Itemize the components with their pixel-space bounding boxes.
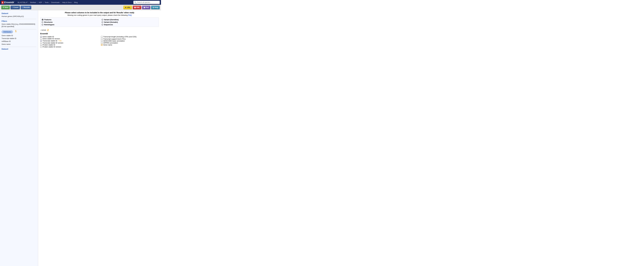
cb-appris-annotation-label: APPRIS annotation xyxy=(103,42,118,44)
radio-variant-germline[interactable]: Variant (Germline) xyxy=(102,19,158,21)
cb-gene-stable-id-box[interactable] xyxy=(40,36,42,37)
new-icon: ↺ xyxy=(3,6,4,8)
cb-transcript-length[interactable]: Transcript length (including UTRs and CD… xyxy=(101,36,159,38)
radio-homologues-dot xyxy=(42,24,43,25)
help-label: Help xyxy=(154,6,158,8)
help-icon: ◎ xyxy=(152,6,154,8)
cb-gene-stable-id-label: Gene stable ID xyxy=(42,36,54,38)
top-navigation: e Ensembl BLAST/BLAT | BioMart | VEP | T… xyxy=(0,0,161,5)
cb-gencode-basic[interactable]: GENCODE basic annotation xyxy=(101,40,159,42)
nav-blast-blat[interactable]: BLAST/BLAT xyxy=(16,1,29,3)
search-box: 🔍 xyxy=(134,1,160,4)
radio-features[interactable]: Features xyxy=(42,19,98,21)
cb-gene-stable-id-version-box[interactable] xyxy=(40,38,42,39)
radio-homologues-label: Homologues xyxy=(44,24,54,26)
radio-structures-label: Structures xyxy=(44,21,52,23)
gene-section: ▪ GENE: 2 Ensembl Gene stable ID Gene st… xyxy=(40,28,159,48)
cb-transcript-stable-id-label: Transcript stable ID xyxy=(42,40,57,42)
cb-protein-stable-id-version[interactable]: Protein stable ID version xyxy=(40,46,98,48)
sidebar-dataset-title: Dataset xyxy=(2,12,36,14)
sidebar-attr-gene-stable-id: Gene stable ID xyxy=(2,34,36,37)
cb-gene-name-box[interactable] xyxy=(101,44,103,46)
cb-transcript-support-level-box[interactable] xyxy=(101,38,103,40)
count-label: Count xyxy=(14,6,18,8)
cb-gencode-basic-box[interactable] xyxy=(101,40,103,42)
radio-group: Features Variant (Germline) Structures V… xyxy=(40,17,159,27)
radio-variant-germline-dot xyxy=(102,19,103,20)
sidebar-filters-title: Filters xyxy=(2,20,36,22)
sidebar-divider-3 xyxy=(2,47,36,47)
radio-structures[interactable]: Structures xyxy=(42,21,98,23)
faq-link[interactable]: FAQ xyxy=(128,14,132,16)
sidebar-attr-gene-name: Gene name xyxy=(2,43,36,46)
cb-transcript-stable-id-box[interactable] xyxy=(40,40,42,42)
cb-transcript-support-level[interactable]: Transcript support level (TSL) xyxy=(101,38,159,40)
count-icon: □ xyxy=(12,6,13,8)
results-button[interactable]: □ Results xyxy=(21,6,31,9)
logo-e-letter: e xyxy=(1,1,4,4)
cb-gene-stable-id-version-label: Gene stable ID version xyxy=(42,38,60,40)
radio-sequences-label: Sequences xyxy=(104,24,113,26)
radio-variant-somatic[interactable]: Variant (Somatic) xyxy=(102,21,158,23)
cb-gene-name[interactable]: Gene name xyxy=(101,44,159,46)
content-area: Please select columns to be included in … xyxy=(38,10,161,266)
logo-brand-name: Ensembl xyxy=(4,1,14,4)
gene-section-header: ▪ GENE: 2 xyxy=(40,28,159,32)
checkbox-grid: Gene stable ID Gene stable ID version Tr… xyxy=(40,36,159,48)
cb-protein-stable-id-version-box[interactable] xyxy=(40,46,42,48)
optional-label: 可选 xyxy=(58,40,62,42)
search-input[interactable] xyxy=(137,1,157,3)
perl-button[interactable]: ▣ Perl xyxy=(142,6,150,9)
radio-structures-dot xyxy=(42,21,43,23)
new-button[interactable]: ↺ New xyxy=(1,6,10,9)
annotation-number-2: 2 xyxy=(47,28,49,32)
cb-protein-stable-id-version-label: Protein stable ID version xyxy=(42,46,61,48)
cb-gene-stable-id-version[interactable]: Gene stable ID version xyxy=(40,38,98,40)
main-layout: Dataset Human genes (GRCh38.p12) Filters… xyxy=(0,10,161,266)
radio-variant-somatic-label: Variant (Somatic) xyxy=(104,21,118,23)
search-flag-icon: 🔍 xyxy=(134,1,136,3)
toolbar: ↺ New □ Count □ Results ★ URL ▣ XML ▣ Pe… xyxy=(0,5,161,10)
nav-biomart[interactable]: BioMart xyxy=(29,1,37,3)
radio-sequences[interactable]: Sequences xyxy=(102,24,158,26)
nav-blog[interactable]: Blog xyxy=(73,1,79,3)
cb-appris-annotation[interactable]: APPRIS annotation xyxy=(101,42,159,44)
toolbar-right: ★ URL ▣ XML ▣ Perl ◎ Help xyxy=(124,6,160,9)
nav-tools[interactable]: Tools xyxy=(44,1,50,3)
url-button[interactable]: ★ URL xyxy=(124,6,132,9)
radio-homologues[interactable]: Homologues xyxy=(42,24,98,26)
radio-features-label: Features xyxy=(44,19,52,21)
cb-gene-stable-id[interactable]: Gene stable ID xyxy=(40,36,98,38)
sidebar-dataset-value: Human genes (GRCh38.p12) xyxy=(2,15,36,18)
nav-help-docs[interactable]: Help & Docs xyxy=(61,1,73,3)
cb-protein-stable-id-box[interactable] xyxy=(40,44,42,46)
cb-transcript-stable-id-version-label: Transcript stable ID version xyxy=(42,42,63,44)
gene-section-label: GENE: xyxy=(41,29,46,31)
sidebar-attr-transcript-stable-id: Transcript stable ID xyxy=(2,37,36,40)
section-toggle-icon[interactable]: ▪ xyxy=(40,29,41,31)
nav-vep[interactable]: VEP xyxy=(38,1,43,3)
count-button[interactable]: □ Count xyxy=(10,6,20,9)
cb-transcript-length-box[interactable] xyxy=(101,36,103,38)
nav-links: BLAST/BLAT | BioMart | VEP | Tools | Dow… xyxy=(16,1,134,3)
content-subheader-text: Missing non coding genes in your mart qu… xyxy=(68,14,128,16)
cb-transcript-stable-id-version[interactable]: Transcript stable ID version xyxy=(40,42,98,44)
annotation-number-1: 1 xyxy=(15,29,16,33)
nav-downloads[interactable]: Downloads xyxy=(50,1,60,3)
cb-transcript-stable-id-version-box[interactable] xyxy=(40,42,42,44)
content-subheader: Missing non coding genes in your mart qu… xyxy=(40,14,159,16)
cb-protein-stable-id[interactable]: Protein stable ID xyxy=(40,44,98,46)
cb-col-left: Gene stable ID Gene stable ID version Tr… xyxy=(40,36,98,48)
url-label: URL xyxy=(127,6,130,8)
cb-appris-annotation-box[interactable] xyxy=(101,42,103,44)
content-header: Please select columns to be included in … xyxy=(40,11,159,14)
attributes-button[interactable]: Attributes 1 xyxy=(2,30,13,33)
results-icon: □ xyxy=(22,6,23,8)
perl-icon: ▣ xyxy=(144,6,145,8)
cb-protein-stable-id-label: Protein stable ID xyxy=(42,44,55,46)
sidebar: Dataset Human genes (GRCh38.p12) Filters… xyxy=(0,10,38,266)
help-button[interactable]: ◎ Help xyxy=(151,6,160,9)
cb-transcript-stable-id[interactable]: Transcript stable ID 可选 xyxy=(40,40,98,42)
xml-button[interactable]: ▣ XML xyxy=(133,6,141,9)
logo[interactable]: e Ensembl xyxy=(1,1,14,4)
